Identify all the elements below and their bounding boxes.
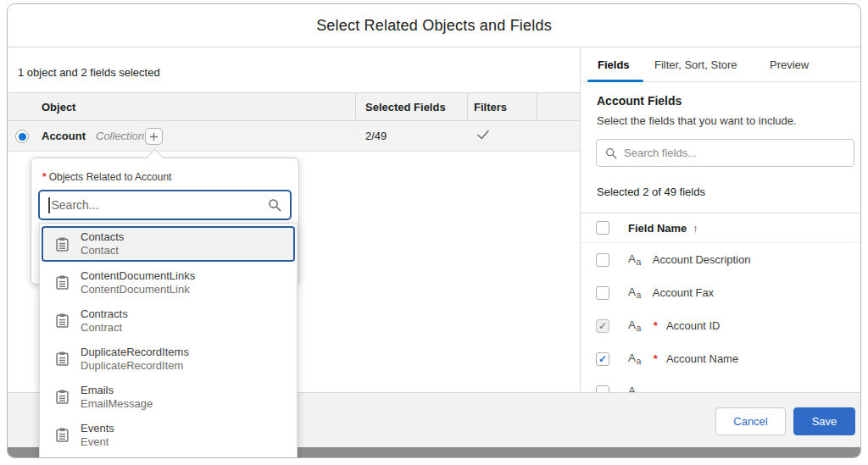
option-contracts[interactable]: ContractsContract — [40, 302, 297, 340]
column-divider — [537, 93, 537, 120]
field-row-account-description[interactable]: ✓ Aa Account Description — [581, 243, 861, 276]
object-icon — [54, 389, 70, 405]
column-header-filters: Filters — [474, 101, 507, 113]
selection-summary: 1 object and 2 fields selected — [18, 66, 160, 79]
field-name: Account Description — [653, 253, 751, 266]
select-related-objects-dialog: Select Related Objects and Fields 1 obje… — [7, 3, 861, 458]
field-list: ✓ Aa Account Description ✓ Aa Account Fa… — [581, 243, 861, 392]
fields-panel-subheading: Select the fields that you want to inclu… — [597, 114, 797, 127]
option-label: Emails — [81, 384, 153, 397]
screenshot-root: Select Related Objects and Fields 1 obje… — [0, 0, 868, 465]
option-events[interactable]: EventsEvent — [40, 416, 297, 454]
field-row-account-fax[interactable]: ✓ Aa Account Fax — [581, 276, 861, 309]
object-name: Account — [42, 130, 86, 142]
option-contacts[interactable]: ContactsContact — [42, 226, 295, 262]
option-emails[interactable]: EmailsEmailMessage — [40, 378, 297, 416]
search-icon — [605, 147, 617, 159]
add-related-object-button[interactable] — [145, 128, 163, 145]
option-api-name: ContentDocumentLink — [81, 283, 195, 296]
field-name: Account Fax — [653, 286, 714, 299]
field-name: Account ID — [666, 319, 721, 332]
field-checkbox-checked[interactable]: ✓ — [596, 352, 609, 366]
text-type-icon: Aa — [628, 318, 642, 333]
option-api-name: EmailMessage — [81, 397, 153, 411]
text-type-icon: Aa — [628, 285, 642, 300]
text-type-icon: Aa — [628, 352, 642, 366]
related-object-search-input[interactable] — [50, 198, 269, 212]
field-checkbox[interactable]: ✓ — [596, 286, 609, 300]
option-api-name: Contract — [81, 321, 128, 335]
object-icon — [54, 351, 70, 367]
option-label: ContentDocumentLinks — [81, 269, 195, 283]
dialog-title: Select Related Objects and Fields — [316, 17, 552, 35]
fields-search-box[interactable] — [596, 139, 854, 167]
tab-filter-sort-store[interactable]: Filter, Sort, Store — [654, 58, 737, 71]
object-icon — [54, 427, 70, 443]
object-type-label: Collection — [96, 130, 144, 142]
cancel-button[interactable]: Cancel — [715, 407, 786, 435]
fields-search-input[interactable] — [624, 147, 845, 159]
option-label: Contacts — [81, 230, 124, 244]
field-name: Account Name — [666, 352, 738, 365]
fields-selected-summary: Selected 2 of 49 fields — [597, 185, 705, 198]
filters-checkmark-icon — [476, 128, 491, 144]
object-icon — [54, 236, 70, 252]
tab-fields[interactable]: Fields — [598, 58, 630, 71]
column-header-selected-fields: Selected Fields — [365, 101, 446, 113]
object-icon — [54, 274, 70, 291]
field-name-column-header[interactable]: Field Name — [628, 222, 687, 235]
search-icon — [268, 198, 281, 212]
active-tab-indicator — [587, 80, 643, 82]
fields-panel-heading: Account Fields — [597, 94, 682, 108]
option-api-name: Contact — [81, 244, 124, 257]
field-row-account-name[interactable]: ✓ Aa * Account Name — [581, 342, 861, 375]
account-radio-selected[interactable] — [15, 130, 29, 143]
related-object-search-box[interactable] — [38, 190, 292, 220]
sort-ascending-icon[interactable]: ↑ — [693, 222, 698, 235]
object-row-account[interactable]: Account Collection 2/49 — [8, 121, 580, 152]
text-type-icon: Aa — [628, 385, 642, 392]
column-divider — [355, 93, 356, 120]
dialog-header: Select Related Objects and Fields — [8, 4, 860, 47]
radio-dot — [19, 133, 26, 141]
option-duplicaterecorditems[interactable]: DuplicateRecordItemsDuplicateRecordItem — [40, 340, 297, 378]
popover-field-label: *Objects Related to Account — [42, 171, 171, 183]
required-asterisk: * — [42, 171, 47, 183]
save-button[interactable]: Save — [793, 407, 855, 435]
select-all-checkbox[interactable]: ✓ — [596, 221, 609, 235]
field-checkbox[interactable]: ✓ — [596, 385, 609, 393]
selected-fields-count: 2/49 — [365, 130, 387, 142]
option-contentdocumentlinks[interactable]: ContentDocumentLinksContentDocumentLink — [40, 263, 297, 302]
field-checkbox[interactable]: ✓ — [596, 253, 609, 267]
fields-panel: Fields Filter, Sort, Store Preview Accou… — [580, 47, 861, 392]
field-table-header: ✓ Field Name ↑ — [581, 213, 861, 243]
object-icon — [54, 313, 70, 329]
option-label: DuplicateRecordItems — [81, 346, 189, 359]
option-api-name: Event — [81, 435, 114, 449]
option-label: Contracts — [81, 307, 128, 321]
plus-icon — [149, 132, 159, 141]
field-checkbox-checked-disabled: ✓ — [596, 319, 609, 333]
column-divider — [467, 93, 468, 120]
option-label: Events — [81, 422, 114, 435]
required-asterisk: * — [654, 352, 658, 365]
field-row-partial[interactable]: ✓ Aa — [581, 375, 861, 392]
tab-preview[interactable]: Preview — [770, 58, 809, 71]
text-type-icon: Aa — [628, 252, 642, 267]
popover-label-text: Objects Related to Account — [49, 171, 172, 183]
option-api-name: DuplicateRecordItem — [81, 359, 189, 373]
related-objects-listbox: ContactsContact ContentDocumentLinksCont… — [39, 223, 298, 458]
object-table-header: Object Selected Fields Filters — [8, 92, 580, 121]
column-header-object: Object — [42, 101, 75, 113]
required-asterisk: * — [654, 319, 658, 332]
field-row-account-id[interactable]: ✓ Aa * Account ID — [581, 309, 861, 342]
